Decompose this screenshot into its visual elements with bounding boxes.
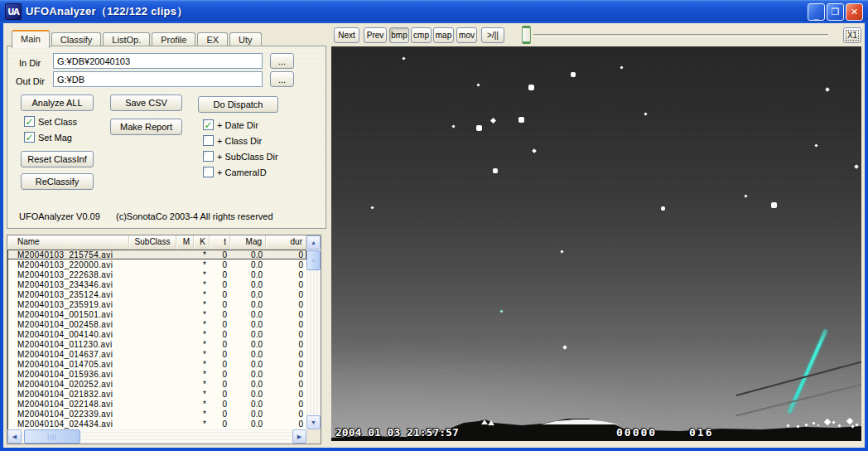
checkbox-set-mag[interactable]: ✓Set Mag — [24, 129, 77, 145]
checkbox-box[interactable]: ✓ — [24, 132, 35, 143]
version-text: UFOAnalyzer V0.09 — [19, 211, 100, 221]
checkbox-label: + Date Dir — [217, 120, 258, 130]
clip-row[interactable]: M20040103_235919.avi*00.00 — [7, 299, 306, 309]
map-button[interactable]: map — [433, 27, 454, 43]
star — [562, 345, 567, 350]
reset-classinf-button[interactable]: Reset ClassInf — [21, 151, 94, 167]
clip-row[interactable]: M20040104_014637.avi*00.00 — [7, 349, 306, 359]
checkbox-label: + Class Dir — [217, 136, 262, 146]
clip-row[interactable]: M20040103_222638.avi*00.00 — [7, 269, 306, 279]
cell-k: * — [194, 400, 210, 409]
scroll-left-button[interactable]: ◀ — [7, 429, 22, 444]
clip-row[interactable]: M20040103_234346.avi*00.00 — [7, 279, 306, 289]
maximize-button[interactable]: ❐ — [827, 3, 844, 21]
checkbox-set-class[interactable]: ✓Set Class — [24, 114, 77, 129]
vertical-scrollbar[interactable]: ▲ ≡ ▼ — [306, 235, 321, 429]
checkbox-box[interactable]: ✓ — [203, 119, 214, 130]
cell-name: M20040104_021832.avi — [7, 390, 129, 399]
column-header-k[interactable]: K — [194, 235, 210, 250]
analyze-all-button[interactable]: Analyze ALL — [21, 95, 94, 111]
checkbox-date-dir[interactable]: ✓+ Date Dir — [203, 117, 278, 133]
title-bar[interactable]: UA UFOAnalyzer（122/122 clips） _ ❐ ✕ — [0, 0, 868, 23]
horizontal-scroll-thumb[interactable]: |||| — [24, 429, 80, 444]
clip-row[interactable]: M20040104_004140.avi*00.00 — [7, 329, 306, 339]
cell-dur: 0 — [266, 310, 306, 319]
in-dir-browse-button[interactable]: ... — [270, 53, 294, 69]
make-report-button[interactable]: Make Report — [110, 119, 182, 135]
checkbox-box[interactable] — [203, 135, 214, 146]
horizon-light — [786, 424, 789, 427]
checkbox-cameraid[interactable]: + CameraID — [203, 164, 278, 180]
checkbox-box[interactable] — [203, 167, 214, 177]
mov-button[interactable]: mov — [456, 27, 477, 43]
scroll-up-button[interactable]: ▲ — [306, 235, 321, 250]
clip-row[interactable]: M20040104_002458.avi*00.00 — [7, 319, 306, 329]
star — [493, 168, 498, 173]
column-header-m[interactable]: M — [176, 235, 194, 250]
scale-x1-button[interactable]: X1 — [843, 27, 861, 43]
clip-row[interactable]: M20040104_022339.avi*00.00 — [7, 409, 306, 419]
clip-row[interactable]: M20040104_024434.avi*00.00 — [7, 419, 306, 429]
column-header-subclass[interactable]: SubClass — [129, 235, 176, 250]
out-dir-input[interactable] — [53, 71, 263, 87]
clip-row[interactable]: M20040104_020252.avi*00.00 — [7, 379, 306, 389]
prev-button[interactable]: Prev — [364, 27, 387, 43]
clip-row[interactable]: M20040104_014705.avi*00.00 — [7, 359, 306, 369]
clip-row[interactable]: M20040104_011230.avi*00.00 — [7, 339, 306, 349]
position-slider-thumb[interactable] — [522, 26, 531, 44]
cell-mag: 0.0 — [230, 280, 266, 289]
clip-row[interactable]: M20040103_220000.avi*00.00 — [7, 259, 306, 269]
clip-row[interactable]: M20040104_001501.avi*00.00 — [7, 309, 306, 319]
star — [744, 194, 747, 197]
do-dispatch-button[interactable]: Do Dispatch — [198, 96, 278, 113]
checkbox-subclass-dir[interactable]: + SubClass Dir — [203, 148, 278, 164]
star — [854, 164, 859, 169]
column-header-dur[interactable]: dur — [266, 235, 306, 250]
minimize-button[interactable]: _ — [808, 3, 825, 21]
next-button[interactable]: Next — [334, 27, 359, 43]
position-slider-track[interactable] — [533, 34, 828, 36]
cell-name: M20040104_014637.avi — [7, 350, 129, 359]
save-csv-button[interactable]: Save CSV — [110, 95, 182, 111]
horizon-light — [837, 424, 841, 427]
cell-name: M20040104_015936.avi — [7, 370, 129, 379]
checkbox-class-dir[interactable]: + Class Dir — [203, 133, 278, 148]
clip-row[interactable]: M20040104_022148.avi*00.00 — [7, 399, 306, 409]
in-dir-input[interactable] — [53, 53, 263, 69]
cell-mag: 0.0 — [230, 370, 266, 379]
star — [644, 112, 647, 115]
column-header-t[interactable]: t — [210, 235, 230, 250]
star — [825, 87, 830, 92]
cell-t: 0 — [210, 340, 230, 349]
close-button[interactable]: ✕ — [846, 3, 863, 21]
clip-row[interactable]: M20040104_015936.avi*00.00 — [7, 369, 306, 379]
reclassify-button[interactable]: ReClassify — [21, 173, 94, 190]
play-pause-button[interactable]: >/|| — [481, 27, 504, 43]
cell-t: 0 — [210, 310, 230, 319]
clip-row[interactable]: M20040103_215754.avi*00.00 — [7, 250, 306, 259]
tab-main[interactable]: Main — [12, 30, 50, 48]
checkbox-box[interactable] — [203, 151, 214, 162]
cell-t: 0 — [210, 330, 230, 339]
star — [402, 56, 405, 60]
scroll-down-button[interactable]: ▼ — [306, 415, 321, 429]
column-header-mag[interactable]: Mag — [230, 235, 266, 250]
scroll-right-button[interactable]: ▶ — [292, 429, 306, 444]
cell-dur: 0 — [266, 280, 306, 289]
bmp-button[interactable]: bmp — [389, 27, 409, 43]
checkbox-box[interactable]: ✓ — [24, 116, 35, 127]
star — [528, 85, 534, 90]
cmp-button[interactable]: cmp — [411, 27, 432, 43]
in-dir-label: In Dir — [19, 58, 41, 68]
column-header-name[interactable]: Name — [7, 235, 129, 250]
client-area: MainClassifyListOp.ProfileEXUty In Dir .… — [3, 23, 865, 448]
clip-row[interactable]: M20040103_235124.avi*00.00 — [7, 289, 306, 299]
clip-row[interactable]: M20040104_021832.avi*00.00 — [7, 389, 306, 399]
cell-dur: 0 — [266, 250, 306, 259]
cell-name: M20040103_235919.avi — [7, 300, 129, 309]
out-dir-browse-button[interactable]: ... — [270, 71, 294, 87]
cell-dur: 0 — [266, 380, 306, 389]
horizontal-scrollbar[interactable]: ◀ |||| ▶ — [7, 429, 306, 444]
vertical-scroll-thumb[interactable]: ≡ — [306, 250, 321, 270]
cell-mag: 0.0 — [230, 360, 266, 369]
